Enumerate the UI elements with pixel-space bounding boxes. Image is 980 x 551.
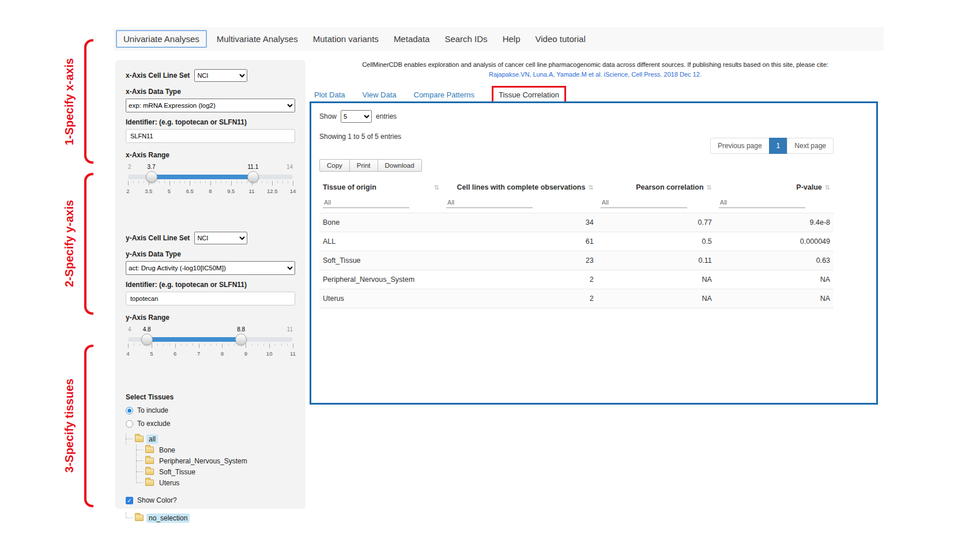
x-axis-identifier-input[interactable] xyxy=(126,129,295,143)
slider-max-label: 14 xyxy=(287,164,293,170)
folder-icon xyxy=(135,515,144,521)
tissues-include-radio[interactable]: To include xyxy=(126,406,295,414)
x-axis-group: x-Axis Cell Line Set NCI x-Axis Data Typ… xyxy=(126,69,295,207)
subtab-plot-data[interactable]: Plot Data xyxy=(314,90,345,99)
tree-node-peripheral-nervous-system[interactable]: Peripheral_Nervous_System xyxy=(157,456,250,466)
slider-minor-tick xyxy=(154,181,154,183)
filter-input-tissue-of-origin[interactable] xyxy=(323,197,409,208)
slider-tick-label: 8 xyxy=(221,350,224,357)
slider-minor-tick xyxy=(257,181,257,183)
slider-tick xyxy=(246,344,246,348)
column-header-cell-lines-with-complete-observations[interactable]: Cell lines with complete observations⇅ xyxy=(443,179,597,196)
x-axis-cell-line-set-select[interactable]: NCI xyxy=(194,69,247,82)
slider-from-label: 4.8 xyxy=(143,326,151,333)
table-header-row: Tissue of origin⇅Cell lines with complet… xyxy=(319,179,834,196)
radio-exclude-icon[interactable] xyxy=(126,420,133,428)
filter-input-pearson-correlation[interactable] xyxy=(601,197,687,208)
slider-tick xyxy=(272,181,273,186)
sort-icon[interactable]: ⇅ xyxy=(707,184,712,191)
y-axis-group: y-Axis Cell Line Set NCI y-Axis Data Typ… xyxy=(126,232,295,370)
table-row: Peripheral_Nervous_System2NANA xyxy=(319,270,834,289)
slider-minor-tick xyxy=(247,181,247,183)
tree-connector xyxy=(136,444,144,455)
download-button[interactable]: Download xyxy=(378,159,422,172)
next-page-button[interactable]: Next page xyxy=(787,138,834,154)
copy-button[interactable]: Copy xyxy=(319,159,350,172)
slider-value-labels: 4 4.8 8.8 11 xyxy=(128,326,293,334)
column-label: Tissue of origin xyxy=(323,183,376,191)
slider-track[interactable] xyxy=(128,337,293,342)
slider-tick xyxy=(169,181,170,186)
column-header-tissue-of-origin[interactable]: Tissue of origin⇅ xyxy=(319,179,443,196)
cell-tissue-of-origin: Bone xyxy=(319,213,443,232)
slider-tick-label: 7 xyxy=(197,350,200,357)
tissues-exclude-radio[interactable]: To exclude xyxy=(126,420,295,428)
show-color-checkbox-row[interactable]: ✓ Show Color? xyxy=(126,496,295,504)
print-button[interactable]: Print xyxy=(349,159,378,172)
column-header-pearson-correlation[interactable]: Pearson correlation⇅ xyxy=(597,179,715,196)
x-axis-data-type-select[interactable]: exp: mRNA Expression (log2) xyxy=(126,99,295,112)
cell-value: 2 xyxy=(443,270,597,289)
previous-page-button[interactable]: Previous page xyxy=(710,138,770,154)
annotation-step2-label: 2-Specify y-axis xyxy=(63,186,76,301)
page-number-button[interactable]: 1 xyxy=(769,138,788,154)
slider-minor-tick xyxy=(133,181,134,183)
sort-icon[interactable]: ⇅ xyxy=(825,184,830,191)
annotation-step1-label: 1-Specify x-axis xyxy=(63,44,76,160)
tab-multivariate-analyses[interactable]: Multivariate Analyses xyxy=(209,30,306,48)
slider-tick-label: 6.5 xyxy=(186,188,194,194)
subtab-view-data[interactable]: View Data xyxy=(362,90,396,99)
slider-from-label: 3.7 xyxy=(148,164,156,170)
slider-minor-tick xyxy=(288,181,288,183)
tab-video-tutorial[interactable]: Video tutorial xyxy=(527,30,593,48)
slider-tick xyxy=(128,344,129,348)
tree-connector xyxy=(126,512,134,523)
tree-connector xyxy=(136,466,144,477)
y-axis-identifier-input[interactable] xyxy=(126,292,295,305)
table-filter-row xyxy=(319,196,834,213)
sort-icon[interactable]: ⇅ xyxy=(588,184,593,191)
tree-node-no-selection[interactable]: no_selection xyxy=(146,514,190,523)
tab-search-ids[interactable]: Search IDs xyxy=(437,30,495,48)
tab-metadata[interactable]: Metadata xyxy=(386,30,438,48)
tree-node-bone[interactable]: Bone xyxy=(157,446,178,455)
x-axis-range-slider: 2 3.7 11.1 14 23.556.589.51112.514 xyxy=(128,164,293,207)
subtab-compare-patterns[interactable]: Compare Patterns xyxy=(414,90,475,99)
slider-tick-label: 11 xyxy=(249,188,255,194)
radio-exclude-label: To exclude xyxy=(137,420,170,428)
checkbox-checked-icon[interactable]: ✓ xyxy=(126,497,133,504)
tree-row: Uterus xyxy=(136,477,295,488)
tab-mutation-variants[interactable]: Mutation variants xyxy=(306,30,386,48)
annotation-step3-label: 3-Specify tissues xyxy=(63,368,76,484)
filter-input-p-value[interactable] xyxy=(719,197,805,208)
tree-node-uterus[interactable]: Uterus xyxy=(157,478,182,488)
tree-node-all[interactable]: all xyxy=(146,435,158,444)
y-axis-data-type-select[interactable]: act: Drug Activity (-log10[IC50M]) xyxy=(126,261,295,275)
tab-univariate-analyses[interactable]: Univariate Analyses xyxy=(116,30,207,48)
table-row: Soft_Tissue230.110.63 xyxy=(319,251,834,270)
slider-minor-tick xyxy=(164,181,165,183)
slider-minor-tick xyxy=(236,181,237,183)
sort-icon[interactable]: ⇅ xyxy=(434,184,439,191)
tab-help[interactable]: Help xyxy=(495,30,528,48)
slider-to-label: 8.8 xyxy=(237,326,245,333)
citation-link[interactable]: Rajapakse.VN, Luna.A, Yamade.M et al. iS… xyxy=(314,70,876,80)
entries-select[interactable]: 5 xyxy=(341,110,372,123)
slider-minor-tick xyxy=(228,344,229,346)
folder-icon xyxy=(145,458,154,464)
column-header-p-value[interactable]: P-value⇅ xyxy=(715,179,834,196)
slider-tick xyxy=(293,181,293,186)
radio-include-icon[interactable] xyxy=(126,407,133,414)
tree-connector xyxy=(136,455,144,466)
slider-tick xyxy=(190,181,190,186)
slider-track[interactable] xyxy=(128,175,293,179)
tree-node-soft-tissue[interactable]: Soft_Tissue xyxy=(157,467,198,477)
pagination: Previous page 1 Next page xyxy=(711,138,834,154)
annotation-bracket-3 xyxy=(84,345,93,507)
slider-minor-tick xyxy=(174,181,175,183)
filter-input-cell-lines-with-complete-observations[interactable] xyxy=(446,197,533,208)
y-axis-cell-line-set-select[interactable]: NCI xyxy=(194,232,247,244)
slider-minor-tick xyxy=(193,344,193,346)
slider-minor-tick xyxy=(163,344,164,346)
slider-minor-tick xyxy=(200,181,201,183)
